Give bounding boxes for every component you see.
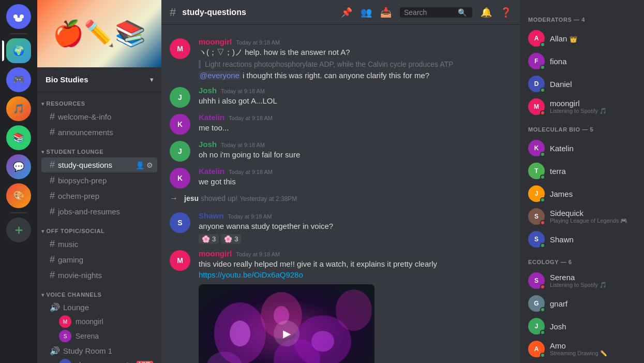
server-icon-2[interactable]: 🎮 xyxy=(6,67,31,92)
avatar[interactable]: K xyxy=(170,168,190,188)
add-member-icon[interactable]: 👤 xyxy=(136,161,144,169)
member-josh-ecology[interactable]: J Josh xyxy=(524,315,640,338)
server-icon-3[interactable]: 🎵 xyxy=(6,96,31,121)
avatar[interactable]: M xyxy=(170,38,190,59)
settings-icon[interactable]: ⚙ xyxy=(146,161,153,169)
moderators-category-label: MODERATORS — 4 xyxy=(524,8,640,27)
member-fiona[interactable]: F fiona xyxy=(524,50,640,72)
avatar[interactable]: M xyxy=(170,250,190,271)
inbox-icon[interactable]: 📥 xyxy=(380,7,392,18)
reaction-emoji: 🌸 xyxy=(224,235,232,243)
avatar-serena: S xyxy=(59,330,71,342)
notification-icon[interactable]: 🔔 xyxy=(481,7,492,18)
avatar[interactable]: J xyxy=(170,87,190,108)
members-icon[interactable]: 👥 xyxy=(361,7,372,18)
member-katelin[interactable]: K Katelin xyxy=(524,137,640,159)
channel-gaming[interactable]: # gaming xyxy=(41,252,157,267)
channel-music[interactable]: # music xyxy=(41,237,157,252)
member-serena[interactable]: S Serena Listening to Spotify 🎵 xyxy=(524,269,640,292)
message-author[interactable]: Katelin xyxy=(199,167,224,176)
member-name: terra xyxy=(550,167,636,176)
server-icon-6[interactable]: 🎨 xyxy=(6,183,31,208)
member-allan[interactable]: A Allan 👑 xyxy=(524,27,640,50)
search-input[interactable] xyxy=(404,8,456,17)
discord-home-icon[interactable] xyxy=(6,4,31,29)
message-author[interactable]: moongirl xyxy=(199,37,232,46)
add-server-button[interactable]: ＋ xyxy=(6,217,31,242)
message-author[interactable]: Katelin xyxy=(199,113,224,122)
category-off-topic[interactable]: ▾ OFF TOPIC/SOCIAL xyxy=(37,220,161,236)
channel-biopsych[interactable]: # biopsych-prep xyxy=(41,173,157,188)
play-button[interactable]: ▶ xyxy=(274,321,299,346)
channel-announcements[interactable]: # announcements xyxy=(41,125,157,140)
hash-icon: # xyxy=(50,111,55,122)
message-author[interactable]: Shawn xyxy=(199,211,223,220)
video-link[interactable]: https://youtu.be/OiDx6aQ928o xyxy=(199,270,303,279)
server-icon-1[interactable]: 🌍 xyxy=(6,38,31,63)
member-shawn[interactable]: S Shawn xyxy=(524,228,640,251)
help-icon[interactable]: ❓ xyxy=(500,7,512,18)
avatar-katelin: K xyxy=(528,140,545,156)
channel-study-questions[interactable]: # study-questions 👤 ⚙ xyxy=(41,157,157,172)
category-voice[interactable]: ▾ VOICE CHANNELS xyxy=(37,283,161,300)
server-icon-4[interactable]: 📚 xyxy=(6,125,31,150)
search-box[interactable]: 🔍 xyxy=(400,7,472,18)
message-author[interactable]: moongirl xyxy=(199,249,232,258)
message-author[interactable]: Josh xyxy=(199,86,217,95)
reaction-1[interactable]: 🌸 3 xyxy=(199,234,219,244)
voice-user-shawn[interactable]: S shawn 📷 LIVE xyxy=(55,358,157,363)
voice-channel-header-lounge[interactable]: 🔊 Lounge xyxy=(41,300,157,314)
server-divider-2 xyxy=(10,212,27,213)
avatar[interactable]: S xyxy=(170,212,190,233)
server-name-row[interactable]: Bio Studies ▾ xyxy=(37,67,161,92)
voice-username: shawn xyxy=(76,361,96,363)
pin-icon[interactable]: 📌 xyxy=(341,7,352,18)
video-embed[interactable]: ▶ xyxy=(199,284,375,363)
message-timestamp: Today at 9:18 AM xyxy=(229,115,273,121)
member-amo[interactable]: A Amo Streaming Drawing ✏️ xyxy=(524,338,640,360)
avatar[interactable]: J xyxy=(170,141,190,162)
reaction-2[interactable]: 🌸 3 xyxy=(221,234,241,244)
status-indicator xyxy=(540,220,545,225)
voice-channel-header-study-room[interactable]: 🔊 Study Room 1 xyxy=(41,344,157,358)
voice-user-serena[interactable]: S Serena xyxy=(55,329,157,343)
channel-name: gaming xyxy=(58,255,153,264)
channel-ochem[interactable]: # ochem-prep xyxy=(41,188,157,204)
category-label: STUDENT LOUNGE xyxy=(47,149,103,155)
voice-user-moongirl[interactable]: M moongirl xyxy=(55,314,157,329)
channel-header-name: study-questions xyxy=(182,8,335,17)
member-info: Allan 👑 xyxy=(550,34,636,43)
member-james[interactable]: J James xyxy=(524,182,640,205)
avatar[interactable]: K xyxy=(170,114,190,135)
member-moongirl-mod[interactable]: M moongirl Listening to Spotify 🎵 xyxy=(524,95,640,118)
member-terra[interactable]: T terra xyxy=(524,159,640,182)
header-icons: 📌 👥 📥 🔍 🔔 ❓ xyxy=(341,7,512,18)
category-student-lounge[interactable]: ▾ STUDENT LOUNGE xyxy=(37,140,161,157)
member-info: moongirl Listening to Spotify 🎵 xyxy=(550,99,636,114)
status-indicator xyxy=(540,243,545,248)
voice-channel-name: Study Room 1 xyxy=(63,346,112,355)
status-indicator xyxy=(540,175,545,180)
member-sidequick[interactable]: S Sidequick Playing League of Legends 🎮 xyxy=(524,205,640,228)
hash-icon: # xyxy=(50,206,55,217)
mention[interactable]: @everyone xyxy=(199,71,241,80)
member-name: gnarf xyxy=(550,299,636,308)
member-gnarf[interactable]: G gnarf xyxy=(524,292,640,315)
member-info: Shawn xyxy=(550,235,636,244)
member-activity: Listening to Spotify 🎵 xyxy=(550,282,636,288)
channels-scroll: ▾ RESOURCES # welcome-&-info # announcem… xyxy=(37,92,161,363)
message-author[interactable]: Josh xyxy=(199,140,217,149)
channel-movie-nights[interactable]: # movie-nights xyxy=(41,268,157,283)
member-daniel[interactable]: D Daniel xyxy=(524,72,640,95)
server-icon-5[interactable]: 💬 xyxy=(6,154,31,179)
chevron-down-icon: ▾ xyxy=(150,76,153,83)
lounge-users: M moongirl S Serena xyxy=(55,314,157,343)
member-muffins[interactable]: M muffins xyxy=(524,360,640,363)
members-list: MODERATORS — 4 A Allan 👑 F fiona D Danie… xyxy=(520,0,644,363)
channel-hash-icon: # xyxy=(170,6,176,19)
channel-welcome[interactable]: # welcome-&-info xyxy=(41,109,157,124)
channel-jobs[interactable]: # jobs-and-resumes xyxy=(41,204,157,219)
category-resources[interactable]: ▾ RESOURCES xyxy=(37,92,161,109)
message-katelin-2: K Katelin Today at 9:18 AM we got this xyxy=(161,163,520,190)
channel-name: biopsych-prep xyxy=(58,176,153,185)
